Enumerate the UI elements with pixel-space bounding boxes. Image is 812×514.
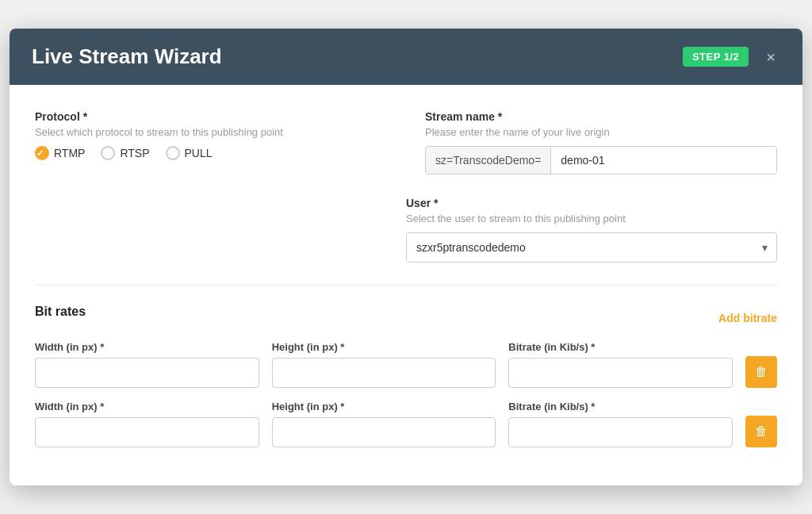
stream-name-input[interactable] [551,147,776,174]
bitrate-height-label-1: Height (in px) * [272,341,496,353]
user-select[interactable]: szxr5ptranscodedemo [406,232,777,263]
add-bitrate-button[interactable]: Add bitrate [718,312,777,324]
radio-circle-rtmp: ✓ [35,146,49,160]
bitrate-height-input-1[interactable] [272,358,496,388]
step-badge: STEP 1/2 [683,47,749,67]
radio-label-pull: PULL [185,147,213,159]
bitrate-width-field-2: Width (in px) * [35,401,259,447]
protocol-hint: Select which protocol to stream to this … [35,126,387,138]
delete-bitrate-button-1[interactable]: 🗑 [745,356,777,388]
bitrates-title: Bit rates [35,305,86,319]
close-button[interactable]: × [761,48,780,67]
radio-label-rtmp: RTMP [54,147,85,159]
stream-name-section: Stream name * Please enter the name of y… [425,110,777,175]
modal-title: Live Stream Wizard [32,44,222,69]
user-form-row: User * Select the user to stream to this… [406,197,777,263]
bitrate-row-1: Width (in px) * Height (in px) * Bitrate… [35,341,777,388]
stream-name-prefix: sz=TranscodeDemo= [426,147,551,174]
delete-bitrate-button-2[interactable]: 🗑 [745,416,777,447]
modal-container: Live Stream Wizard STEP 1/2 × Protocol *… [10,29,802,485]
top-form-row: Protocol * Select which protocol to stre… [35,110,777,175]
radio-circle-pull [166,146,180,160]
bitrate-width-label-2: Width (in px) * [35,401,259,412]
modal-body: Protocol * Select which protocol to stre… [10,85,802,485]
bitrate-kib-label-1: Bitrate (in Kib/s) * [508,341,733,353]
checkmark-rtmp: ✓ [36,149,44,158]
bitrate-width-input-2[interactable] [35,417,259,447]
bitrate-height-field-1: Height (in px) * [272,341,496,388]
radio-option-rtsp[interactable]: RTSP [101,146,149,160]
radio-label-rtsp: RTSP [120,147,149,159]
radio-option-pull[interactable]: PULL [166,146,213,160]
bitrate-kib-label-2: Bitrate (in Kib/s) * [508,401,733,412]
bitrate-height-label-2: Height (in px) * [272,401,496,412]
bitrate-kib-input-2[interactable] [508,417,733,447]
stream-name-input-wrapper: sz=TranscodeDemo= [425,146,777,175]
trash-icon-2: 🗑 [755,424,768,439]
bitrate-height-field-2: Height (in px) * [272,401,496,447]
modal-header: Live Stream Wizard STEP 1/2 × [10,29,802,85]
bitrate-width-label-1: Width (in px) * [35,341,259,353]
bitrate-width-field-1: Width (in px) * [35,341,259,388]
stream-name-label: Stream name * [425,110,777,123]
radio-option-rtmp[interactable]: ✓ RTMP [35,146,85,160]
stream-name-hint: Please enter the name of your live origi… [425,126,777,138]
trash-icon-1: 🗑 [755,365,768,379]
bitrates-title-row: Bit rates Add bitrate [35,305,777,332]
bitrate-height-input-2[interactable] [272,417,496,447]
bitrate-width-input-1[interactable] [35,358,259,388]
bitrate-kib-input-1[interactable] [508,358,733,388]
protocol-label: Protocol * [35,110,387,123]
user-label: User * [406,197,777,209]
bitrates-section: Bit rates Add bitrate Width (in px) * He… [35,285,777,447]
protocol-radio-group: ✓ RTMP RTSP PULL [35,146,387,160]
bitrate-kib-field-2: Bitrate (in Kib/s) * [508,401,733,447]
user-select-wrapper: szxr5ptranscodedemo ▾ [406,232,777,263]
user-hint: Select the user to stream to this publis… [406,213,777,224]
radio-circle-rtsp [101,146,115,160]
protocol-section: Protocol * Select which protocol to stre… [35,110,387,175]
bitrate-kib-field-1: Bitrate (in Kib/s) * [508,341,733,388]
bitrate-row-2: Width (in px) * Height (in px) * Bitrate… [35,401,777,447]
user-section: User * Select the user to stream to this… [406,197,777,263]
header-right: STEP 1/2 × [683,47,780,67]
